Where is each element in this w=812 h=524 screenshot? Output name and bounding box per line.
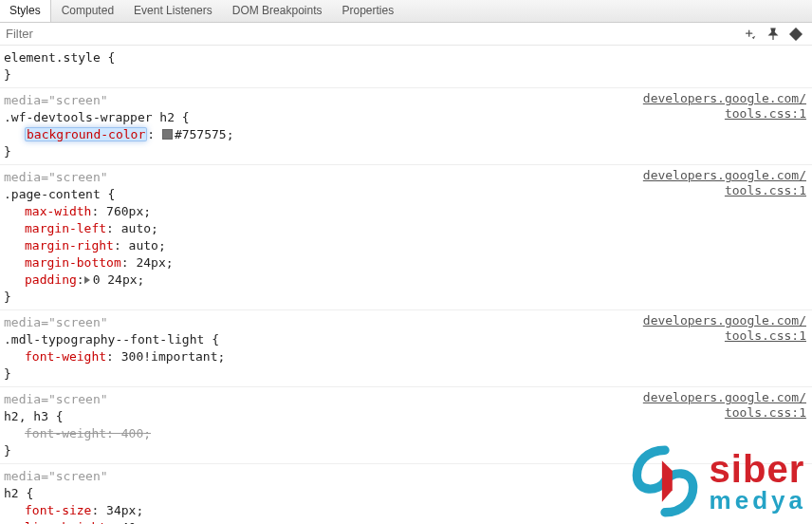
css-value[interactable]: 24px (136, 255, 165, 270)
element-state-icon[interactable] (789, 28, 803, 41)
css-property[interactable]: font-weight (25, 349, 106, 364)
source-link: developers.google.com/ tools.css:1 (643, 390, 806, 421)
css-value[interactable]: 400 (121, 426, 143, 440)
css-selector[interactable]: h2 (4, 486, 19, 500)
css-property[interactable]: font-size (25, 503, 91, 517)
rule-block[interactable]: developers.google.com/ tools.css:1 media… (0, 165, 812, 310)
tab-dom-breakpoints[interactable]: DOM Breakpoints (222, 0, 332, 22)
css-property[interactable]: font-weight (25, 426, 106, 440)
source-url-link[interactable]: developers.google.com/ (643, 168, 806, 183)
rule-block[interactable]: element.style { } (0, 46, 812, 88)
css-value[interactable]: auto (121, 221, 151, 235)
rule-block[interactable]: developers.google.com/ tools.css:1 media… (0, 88, 812, 165)
css-selector[interactable]: element.style (4, 50, 101, 65)
tab-event-listeners[interactable]: Event Listeners (123, 0, 222, 22)
svg-rect-0 (789, 28, 803, 41)
css-value[interactable]: 760px (106, 204, 143, 218)
css-selector[interactable]: .page-content (4, 187, 101, 201)
tab-properties[interactable]: Properties (331, 0, 403, 22)
source-url-link[interactable]: developers.google.com/ (643, 313, 806, 328)
css-value[interactable]: 300!important (121, 349, 218, 364)
css-property[interactable]: max-width (25, 204, 91, 218)
filter-input[interactable] (6, 27, 744, 41)
tab-styles[interactable]: Styles (0, 0, 51, 22)
css-value[interactable]: 34px (106, 503, 136, 517)
source-file-link[interactable]: tools.css:1 (643, 183, 806, 198)
rule-block[interactable]: developers.google.com/ tools.css:1 media… (0, 310, 812, 387)
source-url-link[interactable]: developers.google.com/ (643, 91, 806, 106)
source-file-link[interactable]: tools.css:1 (643, 328, 806, 344)
css-selector[interactable]: h2, h3 (4, 409, 48, 423)
css-media: media="screen" (4, 468, 806, 485)
css-value[interactable]: #757575 (175, 127, 227, 141)
css-property[interactable]: margin-left (25, 221, 106, 235)
css-property[interactable]: line-height (25, 520, 106, 524)
css-value[interactable]: 0 24px (93, 272, 138, 287)
css-property[interactable]: margin-right (25, 238, 114, 253)
css-property[interactable]: padding (25, 272, 77, 287)
source-link: developers.google.com/ tools.css:1 (643, 313, 806, 344)
expand-shorthand-icon[interactable] (84, 276, 90, 284)
source-link: developers.google.com/ tools.css:1 (643, 91, 806, 122)
css-selector[interactable]: .mdl-typography--font-light (4, 332, 204, 346)
source-link: developers.google.com/ tools.css:1 (643, 168, 806, 198)
color-swatch-icon[interactable] (162, 129, 173, 140)
css-property[interactable]: margin-bottom (25, 255, 121, 270)
source-file-link[interactable]: tools.css:1 (643, 405, 806, 421)
rule-block[interactable]: media="screen" h2 { font-size: 34px; lin… (0, 464, 812, 524)
new-style-rule-icon[interactable] (744, 28, 757, 41)
css-property[interactable]: background-color (25, 127, 147, 141)
source-url-link[interactable]: developers.google.com/ (643, 390, 806, 405)
filter-bar (0, 23, 812, 46)
styles-pane: element.style { } developers.google.com/… (0, 46, 812, 524)
source-file-link[interactable]: tools.css:1 (643, 106, 806, 122)
devtools-tabbar: Styles Computed Event Listeners DOM Brea… (0, 0, 812, 23)
tab-computed[interactable]: Computed (51, 0, 123, 22)
rule-block[interactable]: developers.google.com/ tools.css:1 media… (0, 387, 812, 464)
pin-icon[interactable] (766, 28, 780, 41)
css-value[interactable]: 40px (121, 520, 151, 524)
css-value[interactable]: auto (129, 238, 158, 253)
css-selector[interactable]: .wf-devtools-wrapper h2 (4, 110, 175, 124)
